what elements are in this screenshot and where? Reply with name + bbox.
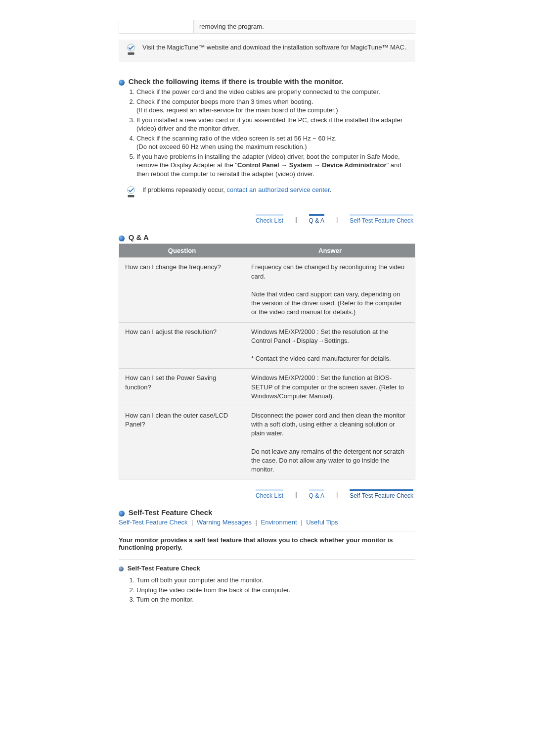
selftest-heading-row: Self-Test Feature Check xyxy=(119,508,415,517)
anchor-selftest[interactable]: Self-Test Feature Check xyxy=(119,519,187,526)
mac-note-text: Visit the MagicTune™ website and downloa… xyxy=(138,44,410,51)
pipe-separator: | xyxy=(254,519,259,526)
check-item: Check if the scanning ratio of the video… xyxy=(136,134,415,151)
qa-question: How can I set the Power Saving function? xyxy=(119,369,245,406)
check-item: If you have problems in installing the a… xyxy=(136,152,415,179)
qa-question: How can I adjust the resolution? xyxy=(119,322,245,369)
check-item: Check if the computer beeps more than 3 … xyxy=(136,97,415,115)
selftest-subheading: Self-Test Feature Check xyxy=(128,565,200,572)
bullet-icon xyxy=(119,567,124,571)
svg-rect-3 xyxy=(128,195,134,197)
qa-heading: Q & A xyxy=(129,233,149,241)
qa-col-answer: Answer xyxy=(245,244,415,258)
divider xyxy=(119,531,415,531)
svg-point-2 xyxy=(128,187,135,194)
check-list: Check if the power cord and the video ca… xyxy=(119,88,415,178)
tab-checklist[interactable]: Check List xyxy=(254,214,285,224)
contact-link[interactable]: contact an authorized service center xyxy=(227,186,330,193)
qa-answer: Windows ME/XP/2000 : Set the resolution … xyxy=(245,322,415,369)
tab-qa-label: Q & A xyxy=(309,492,324,499)
tick-icon xyxy=(124,44,138,58)
tab-checklist[interactable]: Check List xyxy=(254,489,285,499)
contact-note-row: If problems repeatedly occur, contact an… xyxy=(119,182,415,204)
tick-icon xyxy=(124,186,138,200)
list-item: Unplug the video cable from the back of … xyxy=(136,586,415,595)
tab-separator: | xyxy=(295,216,297,223)
residual-text-cell: removing the program. xyxy=(194,20,415,34)
contact-prefix: If problems repeatedly occur, xyxy=(142,186,227,193)
anchor-environment[interactable]: Environment xyxy=(261,519,297,526)
table-row: How can I adjust the resolution? Windows… xyxy=(119,322,415,369)
tab-qa[interactable]: Q & A xyxy=(307,489,326,499)
check-item: Check if the power cord and the video ca… xyxy=(136,88,415,96)
selftest-steps: Turn off both your computer and the moni… xyxy=(119,576,415,604)
mac-note-row: Visit the MagicTune™ website and downloa… xyxy=(119,40,415,62)
tabs-row-selftest: Check List | Q & A | Self-Test Feature C… xyxy=(119,489,415,499)
table-row: How can I clean the outer case/LCD Panel… xyxy=(119,406,415,479)
table-row: How can I set the Power Saving function?… xyxy=(119,369,415,406)
list-item: Turn off both your computer and the moni… xyxy=(136,576,415,585)
tab-checklist-label: Check List xyxy=(256,217,283,224)
bullet-icon xyxy=(119,80,125,86)
bullet-icon xyxy=(119,511,125,517)
qa-answer: Disconnect the power cord and then clean… xyxy=(245,406,415,479)
pipe-separator: | xyxy=(299,519,304,526)
list-item: Turn on the monitor. xyxy=(136,595,415,604)
tab-separator: | xyxy=(336,216,338,223)
qa-question: How can I clean the outer case/LCD Panel… xyxy=(119,406,245,479)
check-item-5-bold: Control Panel → System → Device Administ… xyxy=(237,161,386,169)
selftest-intro: Your monitor provides a self test featur… xyxy=(119,536,415,551)
tab-selftest[interactable]: Self-Test Feature Check xyxy=(348,214,415,224)
tab-selftest-label: Self-Test Feature Check xyxy=(350,217,413,224)
tab-qa[interactable]: Q & A xyxy=(307,214,326,224)
tab-separator: | xyxy=(295,491,297,498)
check-heading-row: Check the following items if there is tr… xyxy=(119,77,415,86)
tab-selftest[interactable]: Self-Test Feature Check xyxy=(348,489,415,499)
svg-point-0 xyxy=(128,44,135,51)
divider xyxy=(119,559,415,560)
anchor-tips[interactable]: Useful Tips xyxy=(306,519,338,526)
residual-left-cell xyxy=(119,20,194,34)
qa-heading-row: Q & A xyxy=(119,233,415,241)
divider xyxy=(119,72,415,72)
qa-question: How can I change the frequency? xyxy=(119,258,245,322)
bullet-icon xyxy=(119,236,125,241)
check-item: If you installed a new video card or if … xyxy=(136,116,415,133)
tab-selftest-label: Self-Test Feature Check xyxy=(350,492,413,499)
qa-answer: Windows ME/XP/2000 : Set the function at… xyxy=(245,369,415,406)
qa-table: Question Answer How can I change the fre… xyxy=(119,243,415,479)
residual-table: removing the program. xyxy=(119,20,415,34)
contact-suffix: . xyxy=(330,186,332,193)
check-heading: Check the following items if there is tr… xyxy=(129,77,344,86)
selftest-heading: Self-Test Feature Check xyxy=(129,508,213,517)
tabs-row-qa: Check List | Q & A | Self-Test Feature C… xyxy=(119,214,415,224)
svg-rect-1 xyxy=(128,52,134,55)
qa-col-question: Question xyxy=(119,244,245,258)
selftest-subheading-row: Self-Test Feature Check xyxy=(119,565,415,572)
selftest-anchor-links: Self-Test Feature Check | Warning Messag… xyxy=(119,519,415,526)
tab-separator: | xyxy=(336,491,338,498)
pipe-separator: | xyxy=(189,519,195,526)
anchor-warning[interactable]: Warning Messages xyxy=(197,519,252,526)
contact-note-text: If problems repeatedly occur, contact an… xyxy=(138,186,410,193)
tab-qa-label: Q & A xyxy=(309,217,324,224)
qa-answer: Frequency can be changed by reconfigurin… xyxy=(245,258,415,322)
table-row: How can I change the frequency? Frequenc… xyxy=(119,258,415,322)
tab-checklist-label: Check List xyxy=(256,492,283,499)
